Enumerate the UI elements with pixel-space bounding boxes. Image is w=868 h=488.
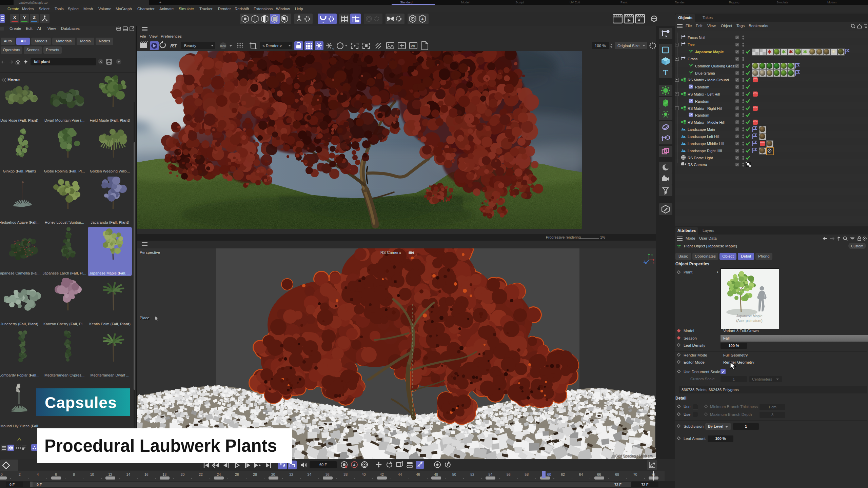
svg-text:RGB: RGB [220,45,226,48]
svg-text:PV: PV [411,44,415,48]
svg-text:T: T [663,68,668,77]
svg-text:A: A [353,463,356,467]
svg-text:G: G [332,47,334,50]
svg-text:100 %: 100 % [595,44,606,48]
svg-text:Z: Z [644,260,646,263]
svg-text:RT: RT [170,43,178,48]
svg-text:X: X [652,261,654,265]
svg-text:Japanese Maple: Japanese Maple [736,314,762,318]
svg-text:Y: Y [651,254,653,257]
svg-text:Original Size: Original Size [617,44,639,48]
svg-text:(Acer palmatum): (Acer palmatum) [736,319,763,323]
svg-text:< Render >: < Render > [262,44,282,48]
svg-text:Beauty: Beauty [184,44,196,48]
svg-text:A: A [421,17,424,21]
